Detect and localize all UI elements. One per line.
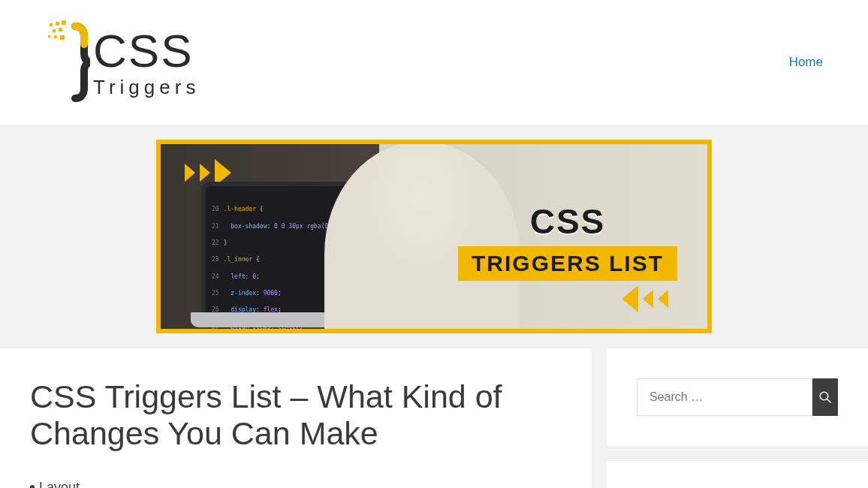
article-bullet-layout: Layout: [30, 480, 562, 488]
search-input[interactable]: [637, 378, 812, 416]
svg-rect-5: [48, 35, 50, 38]
article-heading: CSS Triggers List – What Kind of Changes…: [30, 378, 562, 453]
hero-title-top: CSS: [458, 201, 677, 242]
search-button[interactable]: [812, 378, 838, 416]
hero-title: CSS TRIGGERS LIST: [458, 201, 677, 281]
logo-line1: CSS: [93, 28, 200, 74]
svg-rect-6: [54, 35, 57, 38]
content-columns: CSS Triggers List – What Kind of Changes…: [0, 348, 868, 488]
article: CSS Triggers List – What Kind of Changes…: [0, 348, 592, 488]
hero-title-bar: TRIGGERS LIST: [458, 246, 677, 281]
sidebar: [607, 348, 868, 488]
svg-line-9: [827, 399, 830, 402]
svg-rect-2: [62, 20, 66, 25]
bullet-dot-icon: [30, 485, 35, 488]
logo-line2: Triggers: [93, 77, 200, 97]
search-widget: [607, 348, 868, 446]
nav-home-link[interactable]: Home: [789, 55, 823, 70]
search-icon: [818, 390, 832, 404]
hero-arrows-bottom-right-icon: [622, 285, 668, 312]
svg-rect-3: [53, 29, 56, 32]
hero-banner: 20.l-header { 21 box-shadow: 0 0 30px rg…: [156, 140, 712, 333]
hero-inner: 20.l-header { 21 box-shadow: 0 0 30px rg…: [161, 144, 707, 329]
svg-rect-4: [59, 28, 62, 32]
article-bullet-layout-label: Layout: [39, 480, 80, 488]
logo-brace-icon: [45, 20, 90, 104]
hero-arrows-top-left-icon: [185, 159, 231, 186]
logo-text: CSS Triggers: [93, 28, 200, 97]
svg-rect-0: [50, 23, 53, 26]
logo[interactable]: CSS Triggers: [45, 20, 200, 104]
svg-rect-1: [56, 22, 59, 26]
sidebar-widget-placeholder: [607, 461, 868, 488]
svg-rect-7: [60, 35, 65, 40]
site-header: CSS Triggers Home: [0, 0, 868, 125]
search-row: [637, 378, 838, 416]
svg-point-8: [820, 392, 828, 400]
